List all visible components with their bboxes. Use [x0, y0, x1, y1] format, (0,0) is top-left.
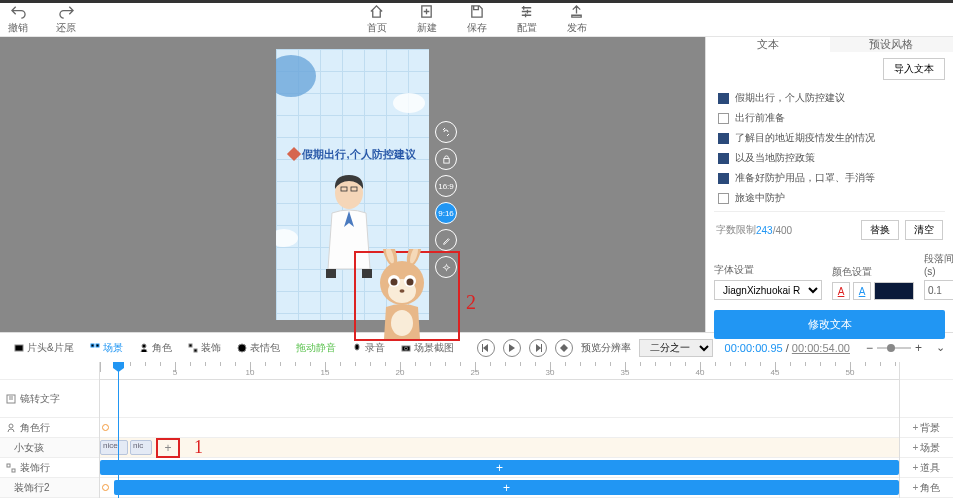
list-item[interactable]: 了解目的地近期疫情发生的情况 [714, 128, 945, 148]
canvas-area[interactable]: 假期出行,个人防控建议 [0, 37, 705, 332]
clip-full[interactable] [114, 480, 899, 495]
tab-decor[interactable]: 装饰 [182, 338, 227, 358]
clip-full[interactable] [100, 460, 899, 475]
track-decor[interactable] [100, 458, 899, 478]
checkbox-icon[interactable] [718, 113, 729, 124]
list-item[interactable]: 准备好防护用品，口罩、手消等 [714, 168, 945, 188]
save-button[interactable]: 保存 [467, 4, 487, 35]
play-button[interactable] [503, 339, 521, 357]
edit-icon[interactable] [435, 229, 457, 251]
publish-button[interactable]: 发布 [567, 4, 587, 35]
prev-button[interactable] [477, 339, 495, 357]
aspect-buttons: 16:9 9:16 [435, 121, 457, 278]
text-checklist: 假期出行，个人防控建议 出行前准备 了解目的地近期疫情发生的情况 以及当地防控政… [714, 88, 945, 212]
checkbox-icon[interactable] [718, 93, 729, 104]
row-girl[interactable]: 小女孩 [0, 438, 99, 458]
undo-button[interactable]: 撤销 [8, 4, 28, 35]
add-role-button[interactable]: 角色 [900, 478, 953, 498]
tab-head[interactable]: 片头&片尾 [8, 338, 80, 358]
gear-icon[interactable] [435, 256, 457, 278]
tab-mute[interactable]: 拖动静音 [290, 338, 342, 358]
svg-point-23 [142, 344, 146, 348]
font-label: 字体设置 [714, 263, 822, 277]
list-item[interactable]: 旅途中防护 [714, 188, 945, 208]
canvas-title: 假期出行,个人防控建议 [276, 147, 429, 162]
replace-button[interactable]: 替换 [861, 220, 899, 240]
add-scene-button[interactable]: 场景 [900, 438, 953, 458]
checkbox-icon[interactable] [718, 173, 729, 184]
clip-nice[interactable]: nice [100, 440, 128, 455]
import-text-button[interactable]: 导入文本 [883, 58, 945, 80]
list-item[interactable]: 以及当地防控政策 [714, 148, 945, 168]
checkbox-icon[interactable] [718, 193, 729, 204]
track-decor2[interactable] [100, 478, 899, 498]
svg-rect-4 [326, 269, 336, 278]
redo-button[interactable]: 还原 [56, 4, 76, 35]
svg-rect-24 [189, 344, 192, 347]
char-limit: 字数限制243 /400 替换 清空 [714, 216, 945, 244]
tab-scene[interactable]: 场景 [84, 338, 129, 358]
color-a-button[interactable]: A [832, 282, 850, 300]
color-label: 颜色设置 [832, 265, 914, 279]
svg-point-15 [407, 279, 414, 286]
svg-rect-20 [15, 345, 23, 351]
svg-point-31 [9, 424, 13, 428]
tab-text[interactable]: 文本 [706, 37, 830, 52]
svg-rect-32 [7, 464, 10, 467]
color-b-button[interactable]: A [853, 282, 871, 300]
stop-button[interactable] [555, 339, 573, 357]
link-icon[interactable] [435, 121, 457, 143]
clip-nice2[interactable]: nic [130, 440, 152, 455]
row-decor2[interactable]: 装饰行2 [0, 478, 99, 498]
next-button[interactable] [529, 339, 547, 357]
row-role[interactable]: 角色行 [0, 418, 99, 438]
timeline: 镜转文字 角色行 小女孩 装饰行 装饰行2 510152025303540455… [0, 362, 953, 498]
clear-button[interactable]: 清空 [905, 220, 943, 240]
svg-rect-22 [96, 344, 99, 347]
keyframe-icon[interactable] [102, 424, 109, 431]
new-button[interactable]: 新建 [417, 4, 437, 35]
svg-point-26 [238, 344, 246, 352]
preview-select[interactable]: 二分之一 [639, 339, 713, 357]
keyframe-icon[interactable] [102, 484, 109, 491]
svg-rect-27 [355, 344, 359, 350]
svg-rect-33 [12, 469, 15, 472]
color-swatch[interactable] [874, 282, 914, 300]
checkbox-icon[interactable] [718, 133, 729, 144]
checkbox-icon[interactable] [718, 153, 729, 164]
topbar: 撤销 还原 首页 新建 保存 配置 发布 [0, 0, 953, 37]
kangaroo-character [362, 249, 442, 339]
home-button[interactable]: 首页 [367, 4, 387, 35]
add-clip-marker[interactable]: + [156, 438, 180, 458]
track-role[interactable] [100, 418, 899, 438]
tab-role[interactable]: 角色 [133, 338, 178, 358]
playhead[interactable] [118, 362, 119, 498]
add-bg-button[interactable]: 背景 [900, 418, 953, 438]
list-item[interactable]: 乘坐公共交通工具时 [714, 208, 945, 212]
svg-rect-21 [91, 344, 94, 347]
ruler[interactable]: 5101520253035404550 [100, 362, 899, 380]
modify-text-button[interactable]: 修改文本 [714, 310, 945, 339]
font-select[interactable]: JiagnXizhuokai R [714, 280, 822, 300]
track-girl[interactable]: nice nic + 1 [100, 438, 899, 458]
list-item[interactable]: 假期出行，个人防控建议 [714, 88, 945, 108]
side-panel: 文本 预设风格 导入文本 假期出行，个人防控建议 出行前准备 了解目的地近期疫情… [705, 37, 953, 332]
add-prop-button[interactable]: 道具 [900, 458, 953, 478]
aspect-916[interactable]: 9:16 [435, 202, 457, 224]
gap-spinner[interactable]: 0.1 [924, 280, 953, 300]
aspect-169[interactable]: 16:9 [435, 175, 457, 197]
row-decor[interactable]: 装饰行 [0, 458, 99, 478]
lock-icon[interactable] [435, 148, 457, 170]
svg-point-29 [404, 347, 407, 350]
config-button[interactable]: 配置 [517, 4, 537, 35]
svg-rect-25 [194, 349, 197, 352]
svg-point-16 [400, 289, 405, 293]
list-item[interactable]: 出行前准备 [714, 108, 945, 128]
tab-preset[interactable]: 预设风格 [830, 37, 954, 52]
annotation-1: 1 [194, 437, 203, 458]
svg-point-14 [391, 279, 398, 286]
track-dubtext[interactable] [100, 380, 899, 418]
svg-point-19 [444, 265, 448, 269]
row-dubtext[interactable]: 镜转文字 [0, 380, 99, 418]
tab-emoji[interactable]: 表情包 [231, 338, 286, 358]
